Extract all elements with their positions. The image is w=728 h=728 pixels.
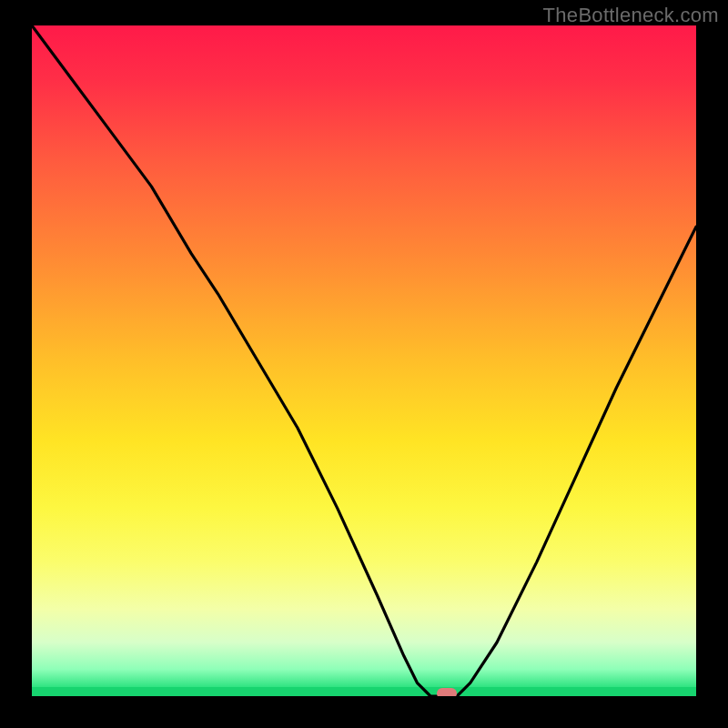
bottleneck-curve [32, 25, 696, 696]
watermark-text: TheBottleneck.com [543, 4, 719, 27]
plot-area [32, 25, 696, 696]
optimum-marker [437, 688, 457, 696]
chart-frame: TheBottleneck.com [0, 0, 728, 728]
